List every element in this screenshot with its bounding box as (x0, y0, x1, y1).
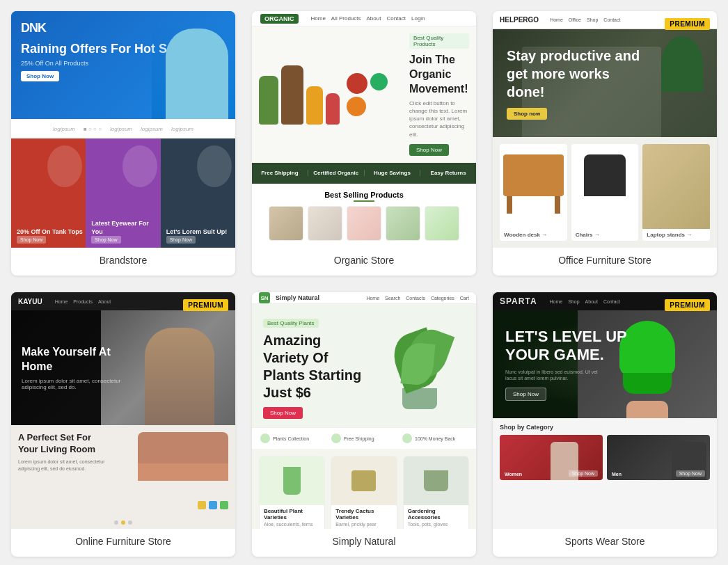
card-label-organic: Organic Store (252, 248, 476, 276)
brandstore-logo-item: ■ ○ ○ ○ (84, 126, 102, 132)
thumbnail-organic: ORGANIC Home All Products About Contact … (252, 11, 476, 248)
natural-logo-text: Simply Natural (276, 294, 319, 301)
office-product-stands: Laptop stands → (642, 144, 710, 241)
sports-category-men: Men Shop Now (607, 435, 710, 480)
nat-prod-sub-3: Tools, pots, gloves (404, 522, 468, 527)
organic-best-title: Best Selling Products (260, 191, 468, 199)
spt-nav-link: Home (550, 299, 563, 304)
nat-prod-name-1: Beautiful Plant Varieties (260, 505, 324, 522)
nat-feat-icon (331, 433, 341, 443)
card-label-office: Office Furniture Store (493, 248, 717, 276)
natural-tag: Best Quality Plants (263, 319, 319, 328)
thumbnail-natural: SN Simply Natural Home Search Contacts C… (252, 292, 476, 529)
organic-tag: Best Quality Products (409, 33, 469, 49)
thumbnail-brandstore: DNK Raining Offers For Hot Summer! 25% O… (11, 11, 235, 248)
furn-nav-link: Home (55, 299, 68, 304)
nat-prod-sub-1: Aloe, succulents, ferns (260, 522, 324, 527)
card-sports-wear-store[interactable]: PREMIUM SPARTA Home Shop About Contact (493, 292, 717, 557)
organic-btn: Shop Now (409, 144, 449, 156)
nat-feat-icon (260, 433, 270, 443)
office-product-desk: Wooden desk → (500, 144, 567, 241)
org-feat-3: Huge Savings (367, 170, 418, 176)
bs-card-text-2: Latest Eyewear For You (91, 219, 160, 237)
nat-nav-link: Cart (460, 296, 469, 301)
bs-card-btn-3: Shop Now (166, 236, 196, 244)
furn-nav-link: Products (73, 299, 93, 304)
furniture-living-sub: Lorem ipsum dolor sit amet, consectetur … (18, 459, 116, 472)
nat-nav-link: Contacts (406, 296, 425, 301)
office-logo: HELPERGO (500, 16, 539, 24)
sports-headline: LET'S LEVEL UP YOUR GAME. (505, 328, 631, 365)
org-nav-link: About (367, 15, 381, 22)
nat-prod-name-2: Trendy Cactus Varieties (331, 505, 396, 522)
natural-headline: Amazing Variety Of Plants Starting Just … (263, 332, 366, 401)
bs-card-btn-1: Shop Now (17, 236, 46, 244)
card-online-furniture-store[interactable]: PREMIUM KAYUU Home Products About Make Y… (11, 292, 235, 557)
card-label-sports: Sports Wear Store (493, 529, 717, 557)
org-nav-link: All Products (331, 15, 361, 22)
premium-badge-furniture: PREMIUM (183, 299, 228, 311)
sports-cat-title: Shop by Category (500, 424, 710, 431)
template-grid: DNK Raining Offers For Hot Summer! 25% O… (11, 11, 717, 557)
card-organic-store[interactable]: ORGANIC Home All Products About Contact … (252, 11, 476, 276)
carousel-dot-active (121, 520, 125, 525)
off-nav-link: Contact (603, 17, 620, 22)
organic-logo: ORGANIC (260, 14, 299, 24)
org-feat-4: Easy Returns (423, 170, 473, 176)
premium-badge-office: PREMIUM (665, 18, 710, 30)
sports-cat-btn-women: Shop Now (569, 470, 598, 477)
furn-color-swatch (209, 501, 217, 509)
sports-category-women: Women Shop Now (500, 435, 603, 480)
natural-logo-icon: SN (259, 292, 270, 303)
brandstore-logo-item: logipsum (171, 126, 193, 132)
sports-btn: Shop Now (505, 388, 546, 401)
organic-product (269, 206, 303, 241)
premium-badge-sports: PREMIUM (665, 299, 710, 311)
nat-prod-name-3: Gardening Accessories (404, 505, 468, 522)
nat-feat-text-2: Free Shipping (344, 436, 374, 441)
office-chair-label: Chairs → (571, 229, 639, 241)
card-label-natural: Simply Natural (252, 529, 476, 557)
office-headline: Stay productive and get more works done! (507, 47, 646, 101)
office-product-chair: Chairs → (571, 144, 639, 241)
nat-feat-text-3: 100% Money Back (415, 436, 455, 441)
sports-cat-btn-men: Shop Now (676, 470, 705, 477)
office-btn: Shop now (507, 108, 547, 120)
card-label-furniture: Online Furniture Store (11, 529, 235, 557)
bs-card-btn-2: Shop Now (91, 236, 120, 244)
spt-nav-link: Shop (568, 299, 579, 304)
organic-product (386, 206, 420, 241)
natural-product-2: Trendy Cactus Varieties Barrel, prickly … (331, 456, 397, 529)
card-simply-natural[interactable]: SN Simply Natural Home Search Contacts C… (252, 292, 476, 557)
furniture-headline: Make Yourself At Home (22, 345, 133, 374)
thumbnail-sports: SPARTA Home Shop About Contact LET'S L (493, 292, 717, 529)
spt-nav-link: Contact (603, 299, 620, 304)
nat-prod-sub-2: Barrel, prickly pear (331, 522, 396, 527)
off-nav-link: Home (550, 17, 563, 22)
organic-product (308, 206, 342, 241)
brandstore-logo-item: logipsum (110, 126, 132, 132)
card-label-brandstore: Brandstore (11, 248, 235, 276)
furn-nav-link: About (98, 299, 111, 304)
sports-cat-label-women: Women (505, 472, 522, 477)
furn-color-swatch (220, 501, 228, 509)
brandstore-btn: Shop Now (21, 71, 59, 81)
sports-cat-label-men: Men (612, 472, 622, 477)
off-nav-link: Shop (587, 17, 598, 22)
thumbnail-furniture: KAYUU Home Products About Make Yourself … (11, 292, 235, 529)
furniture-living-headline: A Perfect Set For Your Living Room (18, 432, 109, 456)
card-office-furniture-store[interactable]: PREMIUM HELPERGO Home Office Shop Contac… (493, 11, 717, 276)
natural-product-3: Gardening Accessories Tools, pots, glove… (403, 456, 469, 529)
org-feat-1: Free Shipping (255, 170, 305, 176)
organic-product (347, 206, 381, 241)
org-nav-link: Login (411, 15, 425, 22)
sports-sub: Nunc volutpat in libero sed euismod. Ut … (505, 369, 610, 383)
spt-nav-link: About (585, 299, 598, 304)
nat-prod-price-2: From $6.00 (331, 527, 396, 529)
carousel-dot (128, 520, 132, 525)
card-brandstore[interactable]: DNK Raining Offers For Hot Summer! 25% O… (11, 11, 235, 276)
nat-prod-price-3: From $12.00 (404, 527, 468, 529)
office-stands-label: Laptop stands → (642, 229, 710, 241)
furniture-logo: KAYUU (18, 298, 42, 305)
natural-btn: Shop Now (263, 407, 303, 419)
